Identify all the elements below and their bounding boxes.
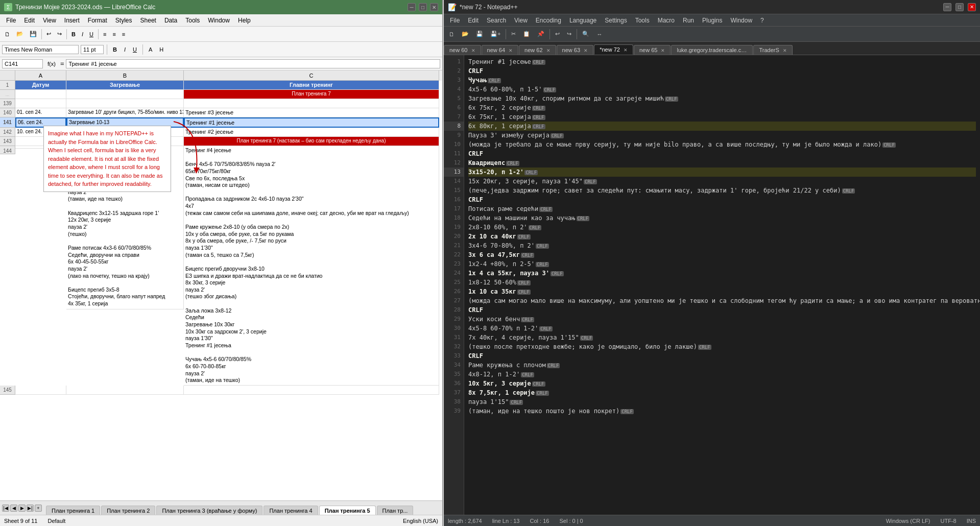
align-left-btn[interactable]: ≡ [101, 30, 109, 39]
npp-tab-new65[interactable]: new 65 ✕ [634, 45, 671, 55]
menu-sheet[interactable]: Sheet [136, 16, 160, 25]
cell-a145[interactable] [15, 386, 66, 395]
sheet-tab-1[interactable]: План тренинга 1 [46, 506, 100, 515]
cell-c139[interactable] [184, 99, 439, 108]
npp-menu-edit[interactable]: Edit [464, 16, 483, 25]
npp-tab-new64[interactable]: new 64 ✕ [482, 45, 519, 55]
cell-c1[interactable]: Главни тренинг [184, 81, 439, 90]
menu-file[interactable]: File [2, 16, 20, 25]
cell-reference-input[interactable] [2, 59, 43, 68]
save-btn[interactable]: 💾 [27, 29, 39, 39]
npp-text-content[interactable]: Тренинг #1 јесењеCRLF CRLF ЧучањCRLF 4x5… [464, 55, 980, 515]
sheet-add-btn[interactable]: + [35, 505, 42, 512]
menu-tools[interactable]: Tools [181, 16, 204, 25]
npp-tab-new63[interactable]: new 63 ✕ [557, 45, 594, 55]
cell-b1[interactable]: Загревање [66, 81, 184, 90]
col-header-c[interactable]: C [184, 70, 439, 81]
npp-menu-view[interactable]: View [510, 16, 532, 25]
calc-maximize-btn[interactable]: □ [419, 3, 427, 11]
highlight-btn[interactable]: H [157, 45, 166, 54]
cell-c140[interactable]: Тренинг #3 јесење [184, 108, 439, 117]
font-color-btn[interactable]: A [146, 45, 155, 54]
npp-menu-encoding[interactable]: Encoding [532, 16, 565, 25]
npp-menu-plugins[interactable]: Plugins [698, 16, 726, 25]
npp-menu-file[interactable]: File [446, 16, 464, 25]
align-right-btn[interactable]: ≡ [119, 30, 128, 39]
calc-grid-container[interactable]: A B C 1 Датум Загревање Главни тренинг .… [0, 70, 442, 500]
npp-close-btn[interactable]: ✕ [968, 3, 976, 11]
cell-c142[interactable]: Тренинг #2 јесење [184, 128, 439, 137]
menu-window[interactable]: Window [204, 16, 234, 25]
menu-help[interactable]: Help [234, 16, 255, 25]
npp-redo-btn[interactable]: ↪ [564, 29, 575, 39]
cell-a139[interactable] [15, 99, 66, 108]
npp-copy-btn[interactable]: 📋 [520, 29, 533, 39]
npp-editor[interactable]: 1 2 3 4 5 6 7 8 9 10 11 12 13 14 15 16 1… [444, 55, 980, 515]
sheet-nav-first[interactable]: |◀ [2, 505, 9, 512]
npp-new-btn[interactable]: 🗋 [446, 30, 458, 39]
npp-menu-tools[interactable]: Tools [631, 16, 654, 25]
cell-b140[interactable]: Загревање 10' други бицикл, 75-85о/мин. … [66, 108, 184, 117]
cell-b139[interactable] [66, 99, 184, 108]
align-center-btn[interactable]: ≡ [110, 30, 118, 39]
function-wizard-btn[interactable]: f(x) [45, 59, 58, 68]
npp-minimize-btn[interactable]: ─ [943, 3, 951, 11]
bold-btn2[interactable]: B [110, 45, 119, 54]
sheet-tab-6[interactable]: План тр... [377, 506, 414, 515]
cell-a140[interactable]: 01. сеп 24. [15, 108, 66, 117]
new-btn[interactable]: 🗋 [2, 30, 13, 39]
npp-cut-btn[interactable]: ✂ [508, 29, 519, 39]
undo-btn[interactable]: ↩ [44, 29, 54, 39]
npp-menu-macro[interactable]: Macro [654, 16, 679, 25]
npp-tab-traders[interactable]: TraderS ✕ [753, 45, 792, 55]
redo-btn[interactable]: ↪ [55, 29, 64, 39]
bold-btn[interactable]: B [69, 30, 78, 39]
menu-data[interactable]: Data [160, 16, 181, 25]
cell[interactable] [66, 90, 184, 99]
cell-c141[interactable]: Тренинг #1 јесење [184, 117, 439, 128]
npp-save-btn[interactable]: 💾 [473, 29, 486, 39]
sheet-tab-2[interactable]: План тренинга 2 [101, 506, 155, 515]
menu-edit[interactable]: Edit [20, 16, 39, 25]
menu-view[interactable]: View [39, 16, 60, 25]
sheet-tab-3[interactable]: План тренинга 3 (враћање у форму) [156, 506, 262, 515]
cell-b145[interactable] [66, 386, 184, 395]
underline-btn2[interactable]: U [130, 45, 139, 54]
cell-a1[interactable]: Датум [15, 81, 66, 90]
menu-insert[interactable]: Insert [60, 16, 84, 25]
npp-menu-run[interactable]: Run [679, 16, 698, 25]
sheet-nav-prev[interactable]: ◀ [10, 505, 17, 512]
npp-open-btn[interactable]: 📂 [459, 29, 472, 39]
menu-format[interactable]: Format [84, 16, 111, 25]
col-header-b[interactable]: B [66, 70, 184, 81]
npp-menu-settings[interactable]: Settings [601, 16, 631, 25]
sheet-nav-last[interactable]: ▶| [27, 505, 34, 512]
calc-close-btn[interactable]: ✕ [430, 3, 438, 11]
npp-tab-luke[interactable]: luke.gregory.traderscale.com.bt ✕ [671, 45, 753, 55]
cell-c144[interactable]: Тренинг #4 јесење Бенч 4x5-6 70/75/80/83… [184, 146, 439, 386]
open-btn[interactable]: 📂 [14, 29, 26, 39]
font-size-input[interactable]: 11 pt [81, 45, 104, 54]
plan-header[interactable]: План тренинга 7 [184, 90, 439, 99]
cell-c145[interactable] [184, 386, 439, 395]
npp-undo-btn[interactable]: ↩ [552, 29, 563, 39]
menu-styles[interactable]: Styles [111, 16, 136, 25]
sheet-tab-5[interactable]: План тренинга 5 [319, 506, 376, 515]
sheet-tab-4[interactable]: План тренинга 4 [264, 506, 318, 515]
npp-menu-language[interactable]: Language [565, 16, 601, 25]
italic-btn[interactable]: I [79, 30, 86, 39]
npp-find-btn[interactable]: 🔍 [579, 29, 592, 39]
npp-menu-window[interactable]: Window [726, 16, 756, 25]
col-header-a[interactable]: A [15, 70, 66, 81]
npp-tab-new72[interactable]: *new 72 ✕ [594, 44, 633, 55]
npp-menu-search[interactable]: Search [483, 16, 510, 25]
npp-maximize-btn[interactable]: □ [955, 3, 964, 11]
font-name-input[interactable]: Times New Roman [2, 45, 79, 54]
npp-replace-btn[interactable]: ↔ [593, 30, 605, 39]
calc-minimize-btn[interactable]: ─ [408, 3, 416, 11]
formula-input[interactable] [66, 59, 440, 68]
npp-save-all-btn[interactable]: 💾+ [487, 29, 504, 39]
npp-tab-new60[interactable]: new 60 ✕ [444, 45, 481, 55]
npp-tab-new62[interactable]: new 62 ✕ [519, 45, 556, 55]
cell[interactable] [15, 90, 66, 99]
